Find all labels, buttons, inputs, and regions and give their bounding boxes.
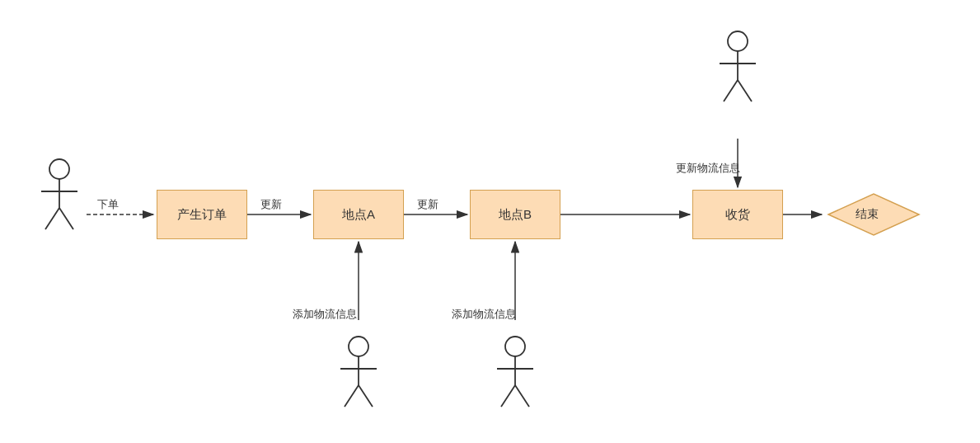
box-locationA: 地点A (313, 190, 404, 239)
actor-customer-leg-left (45, 208, 59, 229)
actor-locationB-leg-right (515, 385, 529, 407)
actor-locationA-head (349, 337, 368, 356)
actor-update-leg-right (738, 80, 752, 101)
actor-update-leg-left (724, 80, 738, 101)
actor-customer-head (49, 159, 69, 179)
actor-customer-leg-right (59, 208, 73, 229)
diamond-end-label: 结束 (856, 207, 879, 220)
diagram: 下单 更新 更新 添加物流信息 添加物流信息 更新物流信息 结束 (0, 0, 980, 443)
box-locationB: 地点B (470, 190, 560, 239)
box-receive: 收货 (692, 190, 783, 239)
label-update-2: 更新 (417, 198, 438, 210)
actor-locationB-head (505, 337, 525, 356)
box-order: 产生订单 (157, 190, 247, 239)
actor-update-head (728, 31, 748, 51)
label-update-logistics: 更新物流信息 (676, 162, 740, 174)
label-add-logistics-b: 添加物流信息 (452, 308, 516, 320)
actor-locationA-leg-left (345, 385, 359, 407)
label-add-logistics-a: 添加物流信息 (293, 308, 357, 320)
actor-locationB-leg-left (501, 385, 515, 407)
actor-locationA-leg-right (359, 385, 373, 407)
label-update-1: 更新 (260, 198, 282, 210)
label-place-order: 下单 (97, 198, 119, 210)
